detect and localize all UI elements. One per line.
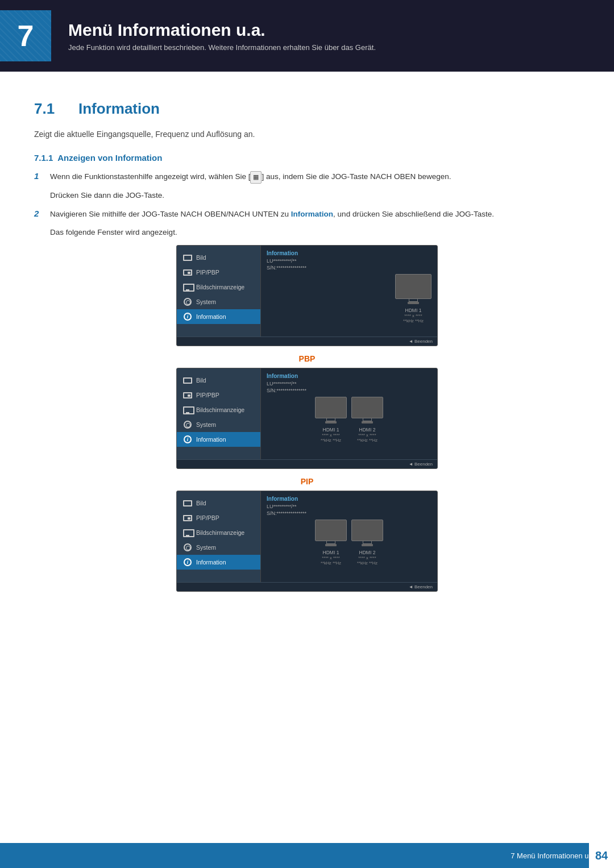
screen-rect-1: [395, 274, 432, 299]
mon-beenden-2: ◄ Beenden: [409, 462, 433, 467]
step-2: 2 Navigieren Sie mithilfe der JOG-Taste …: [34, 208, 580, 221]
menu-bild-3: Bild: [177, 496, 260, 510]
screen-label-pip-1: HDMI 1: [323, 550, 339, 555]
screen-freq1-1: **** x ****: [404, 313, 422, 318]
mon-content-2: Information LU*********/** S/N:*********…: [261, 368, 437, 459]
diagram-single: Bild PIP/PBP Bildschirmanzeige System: [34, 245, 580, 346]
system-icon-3: [182, 543, 193, 551]
bild-icon-1: [182, 254, 193, 261]
screen-label-pbp-1: HDMI 1: [323, 427, 339, 433]
screen-freq2-pbp-1: **kHz **Hz: [321, 438, 341, 443]
kbd-icon: ▦: [250, 171, 262, 184]
mon-info-line2-1: S/N:***************: [267, 265, 432, 271]
diagram-pbp: Bild PIP/PBP Bildschirmanzeige System: [34, 368, 580, 469]
diagram-label-pip: PIP: [34, 477, 580, 486]
mon-screen-pip-1: HDMI 1 **** x **** **kHz **Hz: [315, 520, 347, 566]
menu-bild-2: Bild: [177, 373, 260, 388]
mon-screens-pbp: HDMI 1 **** x **** **kHz **Hz HDMI 2 ***…: [267, 397, 432, 443]
screen-freq2-pbp-2: **kHz **Hz: [357, 438, 377, 443]
screen-stand-1: [408, 302, 419, 304]
screen-freq1-pbp-2: **** x ****: [358, 433, 376, 438]
mon-info-line1-2: LU*********/**: [267, 381, 432, 387]
info-icon-2: i: [182, 435, 193, 443]
menu-display-2: Bildschirmanzeige: [177, 402, 260, 417]
step-1-number: 1: [34, 171, 50, 181]
menu-bild-1: Bild: [177, 250, 260, 265]
pip-icon-3: [182, 514, 193, 522]
display-icon-2: [182, 406, 193, 414]
section-title: 7.1 Information: [34, 100, 580, 118]
section-label: Information: [78, 100, 160, 118]
footer-text: 7 Menü Informationen u.a.: [511, 852, 597, 860]
mon-info-line1-3: LU*********/**: [267, 504, 432, 509]
monitor-ui-single: Bild PIP/PBP Bildschirmanzeige System: [176, 245, 438, 346]
mon-screen-pbp-2: HDMI 2 **** x **** **kHz **Hz: [351, 397, 383, 443]
chapter-subtitle: Jede Funktion wird detailliert beschrieb…: [68, 43, 376, 52]
screen-stand-pip-2: [362, 544, 373, 546]
screen-label-pip-2: HDMI 2: [359, 550, 376, 555]
menu-pip-2: PIP/PBP: [177, 388, 260, 402]
mon-screen-pip-2: HDMI 2 **** x **** **kHz **Hz: [351, 520, 383, 566]
step-1: 1 Wenn die Funktionstastenhilfe angezeig…: [34, 171, 580, 183]
menu-display-3: Bildschirmanzeige: [177, 525, 260, 540]
bild-icon-3: [182, 499, 193, 507]
menu-system-1: System: [177, 294, 260, 309]
main-content: 7.1 Information Zeigt die aktuelle Einga…: [0, 72, 614, 642]
mon-beenden-1: ◄ Beenden: [409, 339, 433, 344]
step-1-text: Wenn die Funktionstastenhilfe angezeigt …: [50, 171, 580, 183]
mon-info-line2-3: S/N:***************: [267, 510, 432, 516]
screen-stand-pbp-1: [325, 421, 337, 423]
chapter-number: 7: [0, 10, 51, 61]
menu-info-2: i Information: [177, 432, 260, 447]
menu-info-1: i Information: [177, 309, 260, 324]
mon-screen-pbp-1: HDMI 1 **** x **** **kHz **Hz: [315, 397, 347, 443]
pip-icon-1: [182, 268, 193, 276]
info-icon-1: i: [182, 313, 193, 321]
steps-list: 1 Wenn die Funktionstastenhilfe angezeig…: [34, 171, 580, 238]
step-2-text: Navigieren Sie mithilfe der JOG-Taste NA…: [50, 208, 580, 221]
mon-info-title-3: Information: [267, 496, 432, 502]
step-2-note: Das folgende Fenster wird angezeigt.: [50, 226, 580, 239]
mon-footer-1: ◄ Beenden: [177, 337, 437, 346]
screen-freq2-pip-2: **kHz **Hz: [357, 560, 377, 566]
screen-freq2-1: **kHz **Hz: [403, 318, 424, 323]
pip-icon-2: [182, 391, 193, 399]
screen-label-pbp-2: HDMI 2: [359, 427, 376, 433]
system-icon-1: [182, 298, 193, 306]
screen-rect-pbp-2: [351, 397, 383, 418]
diagram-label-pbp: PBP: [34, 354, 580, 363]
display-icon-3: [182, 529, 193, 537]
menu-pip-3: PIP/PBP: [177, 510, 260, 525]
menu-system-2: System: [177, 417, 260, 432]
step-1-note: Drücken Sie dann die JOG-Taste.: [50, 189, 580, 202]
screen-label-1: HDMI 1: [405, 308, 422, 313]
screen-freq1-pip-1: **** x ****: [322, 555, 339, 560]
menu-system-3: System: [177, 540, 260, 555]
chapter-title: Menü Informationen u.a.: [68, 20, 376, 40]
screen-freq2-pip-1: **kHz **Hz: [321, 560, 341, 566]
screen-freq1-pbp-1: **** x ****: [322, 433, 339, 438]
display-icon-1: [182, 283, 193, 291]
mon-content-1: Information LU*********/** S/N:*********…: [261, 246, 437, 337]
screen-rect-pip-2: [351, 520, 383, 541]
monitor-ui-pip: Bild PIP/PBP Bildschirmanzeige System: [176, 491, 438, 592]
mon-sidebar-1: Bild PIP/PBP Bildschirmanzeige System: [177, 246, 261, 337]
menu-pip-1: PIP/PBP: [177, 265, 260, 280]
mon-footer-2: ◄ Beenden: [177, 459, 437, 468]
mon-info-title-1: Information: [267, 250, 432, 256]
mon-info-title-2: Information: [267, 373, 432, 379]
mon-content-3: Information LU*********/** S/N:*********…: [261, 491, 437, 582]
screen-rect-pbp-1: [315, 397, 347, 418]
bild-icon-2: [182, 376, 193, 384]
info-icon-3: i: [182, 558, 193, 566]
mon-beenden-3: ◄ Beenden: [409, 584, 433, 589]
page-number: 84: [589, 843, 614, 868]
page-header: 7 Menü Informationen u.a. Jede Funktion …: [0, 0, 614, 72]
mon-sidebar-3: Bild PIP/PBP Bildschirmanzeige System: [177, 491, 261, 582]
page-footer: 7 Menü Informationen u.a. 84: [0, 843, 614, 868]
screen-freq1-pip-2: **** x ****: [358, 555, 376, 560]
screen-stand-pip-1: [325, 544, 337, 546]
section-description: Zeigt die aktuelle Eingangsquelle, Frequ…: [34, 128, 580, 140]
menu-info-3: i Information: [177, 555, 260, 570]
monitor-ui-pbp: Bild PIP/PBP Bildschirmanzeige System: [176, 368, 438, 469]
